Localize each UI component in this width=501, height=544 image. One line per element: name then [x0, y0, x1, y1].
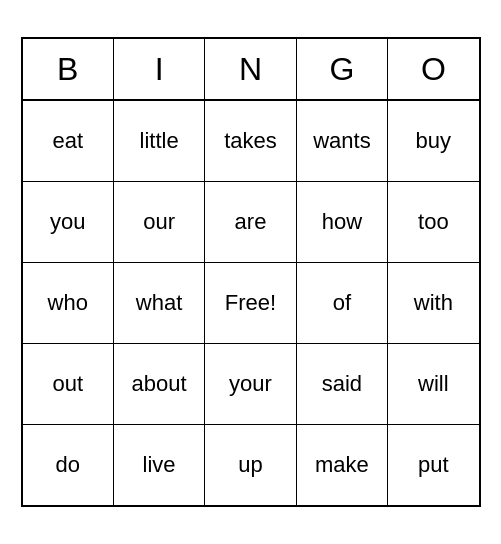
bingo-cell: wants	[297, 101, 388, 181]
bingo-cell: said	[297, 344, 388, 424]
bingo-row: eatlittletakeswantsbuy	[23, 101, 479, 182]
bingo-cell: your	[205, 344, 296, 424]
bingo-cell: with	[388, 263, 478, 343]
bingo-cell: live	[114, 425, 205, 505]
bingo-header: BINGO	[23, 39, 479, 101]
rows-container: eatlittletakeswantsbuyyouourarehowtoowho…	[23, 101, 479, 505]
bingo-row: outaboutyoursaidwill	[23, 344, 479, 425]
bingo-cell: little	[114, 101, 205, 181]
header-letter: I	[114, 39, 205, 99]
bingo-cell: how	[297, 182, 388, 262]
bingo-cell: out	[23, 344, 114, 424]
bingo-row: whowhatFree!ofwith	[23, 263, 479, 344]
bingo-cell: Free!	[205, 263, 296, 343]
header-letter: B	[23, 39, 114, 99]
bingo-cell: up	[205, 425, 296, 505]
bingo-cell: what	[114, 263, 205, 343]
bingo-cell: our	[114, 182, 205, 262]
bingo-cell: buy	[388, 101, 478, 181]
bingo-cell: make	[297, 425, 388, 505]
bingo-cell: put	[388, 425, 478, 505]
bingo-cell: too	[388, 182, 478, 262]
bingo-row: youourarehowtoo	[23, 182, 479, 263]
bingo-row: doliveupmakeput	[23, 425, 479, 505]
bingo-cell: who	[23, 263, 114, 343]
bingo-cell: will	[388, 344, 478, 424]
bingo-cell: are	[205, 182, 296, 262]
bingo-cell: of	[297, 263, 388, 343]
header-letter: O	[388, 39, 478, 99]
bingo-cell: you	[23, 182, 114, 262]
bingo-card: BINGO eatlittletakeswantsbuyyouourarehow…	[21, 37, 481, 507]
bingo-cell: takes	[205, 101, 296, 181]
bingo-cell: about	[114, 344, 205, 424]
bingo-cell: do	[23, 425, 114, 505]
header-letter: N	[205, 39, 296, 99]
header-letter: G	[297, 39, 388, 99]
bingo-cell: eat	[23, 101, 114, 181]
